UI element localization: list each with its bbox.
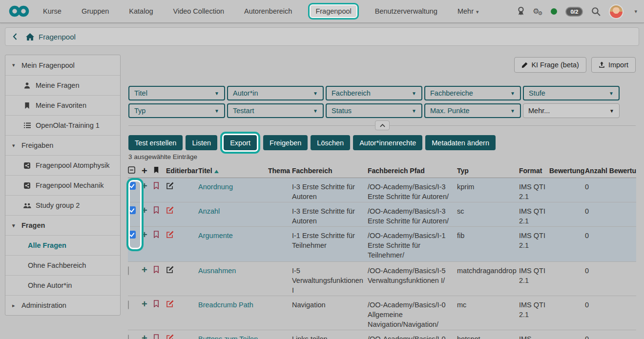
question-title-link[interactable]: Buttons zum Teilen xyxy=(198,335,258,339)
gears-icon[interactable]: ⚙⚙ xyxy=(533,7,542,16)
export-button[interactable]: Export xyxy=(224,135,257,150)
filter-label: Fachbereich xyxy=(332,89,371,97)
sidebar-item-meine-fragen[interactable]: Meine Fragen xyxy=(5,75,120,95)
edit-icon[interactable] xyxy=(166,227,198,261)
import-button[interactable]: Import xyxy=(591,57,636,73)
row-checkbox-unchecked[interactable] xyxy=(128,300,129,309)
medal-icon[interactable] xyxy=(518,6,524,17)
col-fachbereich[interactable]: Fachbereich xyxy=(292,167,368,175)
question-title-link[interactable]: Argumente xyxy=(198,232,233,239)
edit-icon[interactable] xyxy=(166,202,198,226)
profile-chevron-down-icon[interactable]: ▾ xyxy=(634,8,637,15)
bookmark-outline-icon[interactable] xyxy=(153,178,166,202)
bookmark-outline-icon[interactable] xyxy=(153,227,166,261)
openolat-logo[interactable] xyxy=(8,5,30,18)
test-erstellen-button[interactable]: Test erstellen xyxy=(128,135,183,150)
question-title-link[interactable]: Breadcrumb Path xyxy=(198,301,253,309)
add-to-list-icon[interactable]: + xyxy=(142,262,153,296)
filter-stufe[interactable]: Stufe▼ xyxy=(523,86,620,100)
col-bewertung[interactable]: Bewertung xyxy=(549,167,585,175)
metadaten-aendern-button[interactable]: Metadaten ändern xyxy=(425,135,496,150)
filter-fachbereiche[interactable]: Fachbereiche▼ xyxy=(424,86,521,100)
nav-item-autorenbereich[interactable]: Autorenbereich xyxy=(244,7,292,15)
back-chevron-icon[interactable] xyxy=(13,33,17,40)
sidebar-item-ohne-fachbereich[interactable]: Ohne Fachbereich xyxy=(5,255,120,275)
status-badge[interactable]: 0/2 xyxy=(565,7,583,17)
bookmark-header-icon[interactable] xyxy=(153,166,166,175)
filter-mehr[interactable]: Mehr...▼ xyxy=(523,103,620,118)
sidebar-item-fragen[interactable]: ▾ Fragen xyxy=(5,215,120,235)
edit-icon[interactable] xyxy=(166,178,198,202)
add-to-list-icon[interactable]: + xyxy=(142,178,153,202)
breadcrumb-label[interactable]: Fragenpool xyxy=(39,33,76,41)
row-checkbox-unchecked[interactable] xyxy=(128,266,129,275)
avatar[interactable] xyxy=(609,4,623,19)
home-icon[interactable] xyxy=(26,33,34,40)
autorinnenrechte-button[interactable]: Autor*innenrechte xyxy=(353,135,422,150)
filter-fachbereich[interactable]: Fachbereich▼ xyxy=(326,86,422,100)
sidebar-item-ohne-autorin[interactable]: Ohne Autor*in xyxy=(5,275,120,295)
caret-down-icon: ▾ xyxy=(12,142,18,149)
bookmark-outline-icon[interactable] xyxy=(153,202,166,226)
loeschen-button[interactable]: Löschen xyxy=(311,135,350,150)
search-icon[interactable] xyxy=(591,7,601,16)
col-fachbereich-pfad[interactable]: Fachbereich Pfad xyxy=(368,167,457,175)
question-title-link[interactable]: Anzahl xyxy=(198,207,220,215)
filter-autorin[interactable]: Autor*in▼ xyxy=(227,86,324,100)
status-dot-green[interactable] xyxy=(551,8,557,15)
cell-typ: sc xyxy=(457,202,519,226)
freigeben-button[interactable]: Freigeben xyxy=(263,135,308,150)
sidebar-label: Ohne Fachbereich xyxy=(28,261,86,269)
sidebar-item-study-group-2[interactable]: Study group 2 xyxy=(5,195,120,215)
add-to-list-icon[interactable]: + xyxy=(142,227,153,261)
select-all-checkbox[interactable] xyxy=(128,166,142,175)
col-editierbar[interactable]: Editierbar xyxy=(166,167,198,175)
question-title-link[interactable]: Ausnahmen xyxy=(198,267,236,275)
filter-status[interactable]: Status▼ xyxy=(326,103,422,118)
bookmark-outline-icon[interactable] xyxy=(153,296,166,330)
row-checkbox-checked[interactable] xyxy=(128,231,136,239)
listen-button[interactable]: Listen xyxy=(186,135,217,150)
filter-typ[interactable]: Typ▼ xyxy=(128,103,225,118)
collapse-filters-button[interactable] xyxy=(375,120,390,130)
filter-titel[interactable]: Titel▼ xyxy=(128,86,225,100)
nav-item-fragenpool[interactable]: Fragenpool xyxy=(308,3,358,20)
col-anzahl-bewertungen[interactable]: Anzahl Bewertungen xyxy=(585,167,636,175)
row-checkbox-checked[interactable] xyxy=(128,206,136,214)
add-column-icon[interactable]: + xyxy=(142,167,153,175)
sidebar-item-administration[interactable]: ▸ Administration xyxy=(5,295,120,315)
col-format[interactable]: Format xyxy=(519,167,549,175)
sidebar-item-fragenpool-atomphysik[interactable]: Fragenpool Atomphysik xyxy=(5,155,120,175)
col-typ[interactable]: Typ xyxy=(457,167,519,175)
nav-item-benutzerverwaltung[interactable]: Benutzerverwaltung xyxy=(375,7,437,15)
edit-icon[interactable] xyxy=(166,262,198,296)
edit-icon[interactable] xyxy=(166,330,198,339)
filter-testart[interactable]: Testart▼ xyxy=(227,103,324,118)
nav-item-video-collection[interactable]: Video Collection xyxy=(173,7,225,15)
row-checkbox-unchecked[interactable] xyxy=(128,335,129,339)
top-navbar: Kurse Gruppen Katalog Video Collection A… xyxy=(0,0,644,23)
col-thema[interactable]: Thema xyxy=(268,167,292,175)
add-to-list-icon[interactable]: + xyxy=(142,202,153,226)
nav-item-kurse[interactable]: Kurse xyxy=(43,7,62,15)
sidebar-item-fragenpool-mechanik[interactable]: Fragenpool Mechanik xyxy=(5,175,120,195)
edit-icon[interactable] xyxy=(166,296,198,330)
col-titel[interactable]: Titel xyxy=(198,167,268,175)
caret-down-icon: ▾ xyxy=(12,62,18,68)
nav-item-gruppen[interactable]: Gruppen xyxy=(82,7,109,15)
nav-item-mehr[interactable]: Mehr▾ xyxy=(457,7,479,15)
add-to-list-icon[interactable]: + xyxy=(142,296,153,330)
ki-frage-button[interactable]: KI Frage (beta) xyxy=(514,57,586,73)
filter-max-punkte[interactable]: Max. Punkte▼ xyxy=(424,103,521,118)
sidebar-item-freigaben[interactable]: ▾ Freigaben xyxy=(5,135,120,155)
sidebar-item-mein-fragenpool[interactable]: ▾ Mein Fragenpool xyxy=(5,55,120,75)
add-to-list-icon[interactable]: + xyxy=(142,330,153,339)
question-title-link[interactable]: Anordnung xyxy=(198,183,233,191)
sidebar-item-openolat-training-1[interactable]: OpenOlat-Training 1 xyxy=(5,115,120,135)
bookmark-outline-icon[interactable] xyxy=(153,330,166,339)
nav-item-katalog[interactable]: Katalog xyxy=(129,7,153,15)
row-checkbox-checked[interactable] xyxy=(128,182,136,190)
sidebar-item-meine-favoriten[interactable]: Meine Favoriten xyxy=(5,95,120,115)
sidebar-item-alle-fragen[interactable]: Alle Fragen xyxy=(5,235,120,255)
bookmark-outline-icon[interactable] xyxy=(153,262,166,296)
